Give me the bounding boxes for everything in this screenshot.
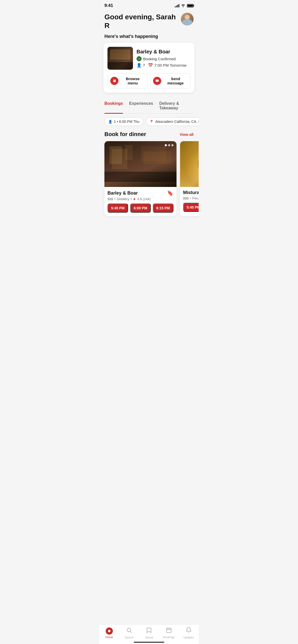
card-body-mistura: Mistura $$$ • Peruvian • 5:45 PM 6:... [180,187,199,215]
restaurant-card-mistura[interactable]: Mistura $$$ • Peruvian • 5:45 PM 6:... [180,141,199,216]
star-icon-barley: ★ [133,197,136,201]
section-header: Book for dinner View all [99,130,199,141]
person-icon: 👤 [137,63,142,68]
svg-rect-0 [113,80,114,82]
check-icon: ✓ [137,56,142,61]
time-slot-600[interactable]: 6:00 PM [130,203,151,213]
card-name-barley: Barley & Boar [107,191,138,196]
filter-row: 👤 1 • 6:00 PM Thu 📍 Atascadero Californi… [99,117,199,130]
thumbnail-image [107,47,133,70]
card-body-barley: Barley & Boar 🔖 $$$ • Distillery • ★ 4.9… [104,187,177,216]
signal-icon [175,4,179,7]
booking-status: ✓ Booking Confirmed [137,56,191,61]
subtitle: Here's what's happening [99,34,199,43]
card-image-mistura [180,141,199,187]
section-title: Book for dinner [104,131,146,138]
filter-location[interactable]: 📍 Atascadero California, CA, United Sta.… [146,117,199,126]
dot-2 [168,144,170,146]
svg-rect-1 [115,80,116,82]
time-slots-barley: 5:45 PM 6:00 PM 6:15 PM [107,203,173,213]
status-time: 9:41 [104,3,113,8]
avatar[interactable] [181,13,194,25]
booking-info: Barley & Boar ✓ Booking Confirmed 👤 7 📅 … [107,47,191,70]
restaurant-thumbnail [107,47,133,70]
booking-card: Barley & Boar ✓ Booking Confirmed 👤 7 📅 … [103,43,195,93]
booking-restaurant-name: Barley & Boar [137,49,191,55]
tab-bookings[interactable]: Bookings [104,98,123,113]
card-meta-barley: $$$ • Distillery • ★ 4.9 (144) [107,197,173,201]
category-mistura: Peruvian [192,196,199,200]
booking-meta: 👤 7 📅 7:00 PM Tomorrow [137,63,191,68]
tab-experiences-label: Experiences [129,101,153,106]
time-meta: 📅 7:00 PM Tomorrow [148,63,186,68]
avatar-image [181,13,194,25]
send-message-icon [153,77,161,85]
booking-time: 7:00 PM Tomorrow [154,63,186,67]
browse-menu-label: Browse menu [120,77,145,85]
wifi-icon [181,4,185,8]
category-barley: Distillery [117,197,129,201]
rating-barley: 4.9 (144) [137,197,151,201]
card-image-dots [165,144,173,146]
browse-menu-button[interactable]: Browse menu [107,73,148,89]
time-slot-545[interactable]: 5:45 PM [107,203,128,213]
filter-guests-label: 1 • 6:00 PM Thu [114,120,139,124]
card-name-mistura: Mistura [183,190,199,195]
time-slot-615[interactable]: 6:15 PM [153,203,173,213]
price-mistura: $$$ [183,196,189,200]
price-barley: $$$ [107,197,113,201]
action-buttons: Browse menu Send message [107,73,191,89]
status-icons [175,4,194,8]
card-name-row-mistura: Mistura [183,190,199,195]
dot-1 [165,144,167,146]
booking-status-text: Booking Confirmed [143,57,176,61]
guests-count: 7 [143,63,145,67]
mistura-image-bg [180,141,199,187]
tab-delivery-label: Delivery & Takeaway [159,101,179,110]
header: Good evening, Sarah R [99,10,199,34]
restaurant-card-barley[interactable]: Barley & Boar 🔖 $$$ • Distillery • ★ 4.9… [104,141,177,216]
tab-delivery[interactable]: Delivery & Takeaway [159,98,194,113]
tab-experiences[interactable]: Experiences [129,98,153,113]
filter-location-icon: 📍 [150,120,154,124]
card-image-barley [104,141,177,187]
dot-3 [171,144,173,146]
browse-menu-icon [110,77,118,85]
card-meta-mistura: $$$ • Peruvian • [183,196,199,200]
filter-location-label: Atascadero California, CA, United Sta... [155,120,199,124]
tabs-row: Bookings Experiences Delivery & Takeaway [104,98,194,114]
time-slots-mistura: 5:45 PM 6:... [183,203,199,212]
booking-details: Barley & Boar ✓ Booking Confirmed 👤 7 📅 … [137,47,191,70]
cards-row: Barley & Boar 🔖 $$$ • Distillery • ★ 4.9… [99,141,199,221]
view-all-link[interactable]: View all [180,132,194,137]
bookmark-icon-barley[interactable]: 🔖 [167,190,173,196]
send-message-button[interactable]: Send message [150,73,191,89]
guests-meta: 👤 7 [137,63,145,68]
barley-image-bg [104,141,177,187]
tabs-section: Bookings Experiences Delivery & Takeaway [99,98,199,114]
card-name-row: Barley & Boar 🔖 [107,190,173,196]
status-bar: 9:41 [99,0,199,10]
calendar-icon: 📅 [148,63,153,68]
filter-guest-icon: 👤 [108,120,112,124]
battery-icon [187,4,194,7]
filter-guests[interactable]: 👤 1 • 6:00 PM Thu [104,117,143,126]
send-message-label: Send message [163,77,188,85]
tab-bookings-label: Bookings [104,101,123,106]
mistura-time-slot-545[interactable]: 5:45 PM [183,203,199,212]
greeting-text: Good evening, Sarah R [104,13,181,30]
